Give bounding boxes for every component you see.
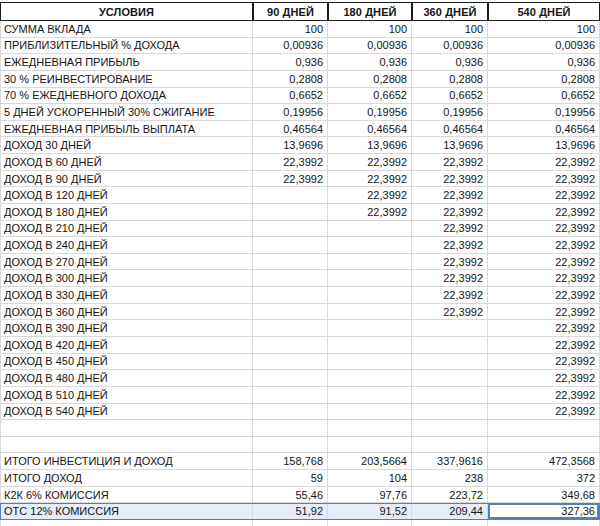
- row-label-cell[interactable]: [0, 437, 253, 454]
- value-cell[interactable]: [328, 387, 412, 404]
- value-cell[interactable]: [328, 420, 412, 437]
- value-cell[interactable]: 13,9696: [253, 137, 328, 154]
- value-cell[interactable]: 97,76: [328, 487, 412, 504]
- value-cell[interactable]: 337,9616: [412, 453, 488, 470]
- value-cell[interactable]: 59: [253, 470, 328, 487]
- row-label-cell[interactable]: 30 % РЕИНВЕСТИРОВАНИЕ: [0, 71, 253, 88]
- header-cell-90-days[interactable]: 90 ДНЕЙ: [253, 2, 328, 21]
- value-cell[interactable]: [328, 254, 412, 271]
- value-cell[interactable]: 0,19956: [412, 104, 488, 121]
- value-cell[interactable]: 22,3992: [488, 270, 600, 287]
- header-cell-360-days[interactable]: 360 ДНЕЙ: [412, 2, 488, 21]
- value-cell[interactable]: 209,44: [412, 503, 488, 520]
- value-cell[interactable]: 22,3992: [412, 187, 488, 204]
- value-cell[interactable]: 0,00936: [328, 38, 412, 55]
- header-cell-540-days[interactable]: 540 ДНЕЙ: [488, 2, 600, 21]
- value-cell[interactable]: 22,3992: [488, 237, 600, 254]
- row-label-cell[interactable]: ДОХОД В 330 ДНЕЙ: [0, 287, 253, 304]
- value-cell[interactable]: 22,3992: [488, 221, 600, 238]
- value-cell[interactable]: [488, 420, 600, 437]
- value-cell[interactable]: 22,3992: [488, 370, 600, 387]
- row-label-cell[interactable]: ПРИБЛИЗИТЕЛЬНЫЙ % ДОХОДА: [0, 38, 253, 55]
- value-cell[interactable]: 22,3992: [488, 254, 600, 271]
- value-cell[interactable]: [328, 237, 412, 254]
- value-cell[interactable]: 0,19956: [328, 104, 412, 121]
- row-label-cell[interactable]: ДОХОД В 210 ДНЕЙ: [0, 221, 253, 238]
- row-label-cell[interactable]: ДОХОД 30 ДНЕЙ: [0, 137, 253, 154]
- value-cell[interactable]: 0,2808: [328, 71, 412, 88]
- value-cell[interactable]: [253, 370, 328, 387]
- row-label-cell[interactable]: СУММА ВКЛАДА: [0, 21, 253, 38]
- value-cell[interactable]: [253, 437, 328, 454]
- value-cell[interactable]: 22,3992: [328, 154, 412, 171]
- value-cell[interactable]: 0,2808: [253, 71, 328, 88]
- row-label-cell[interactable]: ЕЖЕДНЕВНАЯ ПРИБЫЛЬ: [0, 54, 253, 71]
- value-cell[interactable]: [253, 204, 328, 221]
- row-label-cell[interactable]: К2К 6% КОМИССИЯ: [0, 487, 253, 504]
- value-cell[interactable]: [412, 420, 488, 437]
- value-cell[interactable]: [412, 404, 488, 421]
- value-cell[interactable]: 22,3992: [328, 187, 412, 204]
- value-cell[interactable]: 0,2808: [488, 71, 600, 88]
- value-cell[interactable]: 13,9696: [328, 137, 412, 154]
- value-cell[interactable]: 100: [488, 21, 600, 38]
- row-label-cell[interactable]: ДОХОД В 120 ДНЕЙ: [0, 187, 253, 204]
- row-label-cell[interactable]: ДОХОД В 270 ДНЕЙ: [0, 254, 253, 271]
- value-cell[interactable]: [328, 337, 412, 354]
- value-cell[interactable]: [253, 320, 328, 337]
- value-cell[interactable]: [328, 304, 412, 321]
- value-cell[interactable]: 22,3992: [412, 237, 488, 254]
- value-cell[interactable]: 0,00936: [253, 38, 328, 55]
- value-cell[interactable]: [328, 370, 412, 387]
- row-label-cell[interactable]: ДОХОД В 390 ДНЕЙ: [0, 320, 253, 337]
- row-label-cell[interactable]: ЕЖЕДНЕВНАЯ ПРИБЫЛЬ ВЫПЛАТА: [0, 121, 253, 138]
- value-cell[interactable]: 472,3568: [488, 453, 600, 470]
- value-cell[interactable]: [253, 387, 328, 404]
- row-label-cell[interactable]: ДОХОД В 540 ДНЕЙ: [0, 404, 253, 421]
- value-cell[interactable]: 22,3992: [488, 187, 600, 204]
- value-cell[interactable]: 22,3992: [328, 204, 412, 221]
- value-cell[interactable]: [328, 221, 412, 238]
- row-label-cell[interactable]: ОТС 12% КОМИССИЯ: [0, 503, 253, 520]
- row-label-cell[interactable]: [0, 420, 253, 437]
- value-cell[interactable]: 158,768: [253, 453, 328, 470]
- row-label-cell[interactable]: ДОХОД В 300 ДНЕЙ: [0, 270, 253, 287]
- value-cell[interactable]: 0,6652: [328, 88, 412, 105]
- value-cell[interactable]: 13,9696: [488, 137, 600, 154]
- value-cell[interactable]: 51,92: [253, 503, 328, 520]
- row-label-cell[interactable]: ДОХОД В 90 ДНЕЙ: [0, 171, 253, 188]
- empty-cell[interactable]: [488, 520, 600, 526]
- value-cell[interactable]: [253, 404, 328, 421]
- value-cell[interactable]: [328, 320, 412, 337]
- row-label-cell[interactable]: ДОХОД В 450 ДНЕЙ: [0, 354, 253, 371]
- row-label-cell[interactable]: ДОХОД В 510 ДНЕЙ: [0, 387, 253, 404]
- value-cell[interactable]: 91,52: [328, 503, 412, 520]
- active-cell[interactable]: 327,36: [488, 503, 600, 520]
- value-cell[interactable]: 22,3992: [412, 287, 488, 304]
- value-cell[interactable]: 22,3992: [488, 287, 600, 304]
- value-cell[interactable]: [412, 437, 488, 454]
- value-cell[interactable]: 22,3992: [488, 204, 600, 221]
- row-label-cell[interactable]: ДОХОД В 360 ДНЕЙ: [0, 304, 253, 321]
- value-cell[interactable]: 0,46564: [328, 121, 412, 138]
- value-cell[interactable]: [328, 437, 412, 454]
- row-label-cell[interactable]: 5 ДНЕЙ УСКОРЕННЫЙ 30% СЖИГАНИЕ: [0, 104, 253, 121]
- value-cell[interactable]: 22,3992: [488, 154, 600, 171]
- value-cell[interactable]: 22,3992: [412, 270, 488, 287]
- value-cell[interactable]: 0,6652: [412, 88, 488, 105]
- row-label-cell[interactable]: ДОХОД В 420 ДНЕЙ: [0, 337, 253, 354]
- value-cell[interactable]: [253, 287, 328, 304]
- value-cell[interactable]: [488, 437, 600, 454]
- value-cell[interactable]: 22,3992: [253, 154, 328, 171]
- value-cell[interactable]: 13,9696: [412, 137, 488, 154]
- value-cell[interactable]: 203,5664: [328, 453, 412, 470]
- value-cell[interactable]: [253, 237, 328, 254]
- value-cell[interactable]: 0,936: [488, 54, 600, 71]
- value-cell[interactable]: 22,3992: [488, 337, 600, 354]
- value-cell[interactable]: [253, 354, 328, 371]
- value-cell[interactable]: [412, 370, 488, 387]
- value-cell[interactable]: [328, 270, 412, 287]
- value-cell[interactable]: 372: [488, 470, 600, 487]
- value-cell[interactable]: 238: [412, 470, 488, 487]
- value-cell[interactable]: 22,3992: [253, 171, 328, 188]
